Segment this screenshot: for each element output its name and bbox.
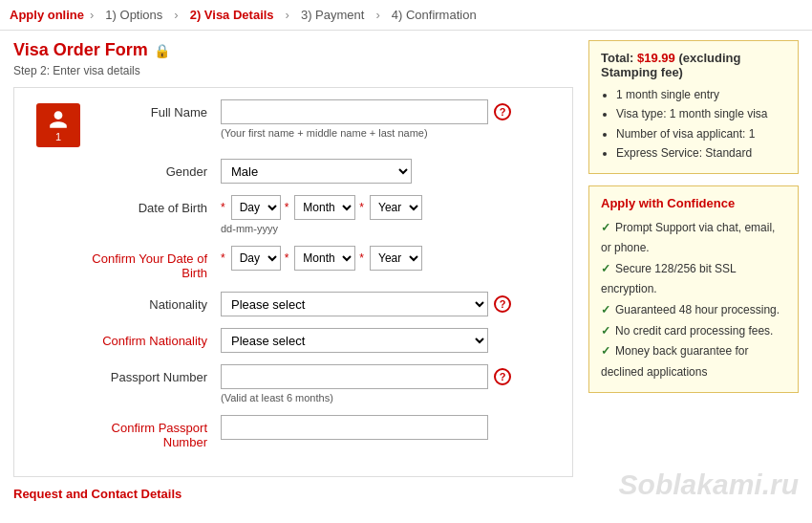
dob-inputs: * Day * Month * Year: [221, 195, 557, 220]
confirm-passport-spacer: [30, 415, 87, 419]
total-item-2: Visa type: 1 month single visa: [616, 104, 786, 123]
passport-input[interactable]: [221, 364, 488, 389]
confirm-passport-input[interactable]: [221, 415, 488, 440]
confirm-dob-row: Confirm Your Date of Birth * Day * Month…: [30, 246, 557, 280]
confirm-dob-day-asterisk: *: [221, 251, 225, 265]
confidence-title: Apply with Confidence: [601, 196, 786, 210]
lock-icon: 🔒: [154, 43, 170, 58]
nav-step-1[interactable]: 1) Options: [99, 6, 168, 24]
dob-label: Date of Birth: [87, 195, 221, 215]
gender-label: Gender: [87, 159, 221, 179]
confirm-passport-label: Confirm Passport Number: [87, 415, 221, 449]
form-area: Visa Order Form 🔒 Step 2: Enter visa det…: [13, 40, 573, 501]
full-name-row: 1 Full Name ? (Your first name + middle …: [30, 99, 557, 147]
sidebar: Total: $19.99 (excluding Stamping fee) 1…: [588, 40, 799, 501]
gender-spacer: [30, 159, 87, 163]
confirm-dob-year-select[interactable]: Year: [370, 246, 422, 271]
dob-row: Date of Birth * Day * Month * Year: [30, 195, 557, 234]
confirm-dob-spacer: [30, 246, 87, 250]
dob-month-asterisk: *: [285, 201, 289, 214]
total-items-list: 1 month single entry Visa type: 1 month …: [601, 85, 786, 163]
nav-arrow-2: ›: [174, 8, 178, 22]
dob-spacer: [30, 195, 87, 199]
confirm-dob-year-asterisk: *: [359, 251, 364, 265]
request-contact-link[interactable]: Request and Contact Details: [13, 487, 573, 501]
confidence-list: Prompt Support via chat, email, or phone…: [601, 218, 786, 383]
avatar-col: 1: [30, 99, 87, 147]
nav-arrow-4: ›: [375, 8, 379, 22]
apply-online-link[interactable]: Apply online: [10, 8, 84, 22]
dob-field: * Day * Month * Year dd-mm-yyyy: [221, 195, 557, 234]
gender-field: Male Female: [221, 159, 557, 184]
confidence-item-2: Secure 128/256 bit SSL encryption.: [601, 259, 786, 300]
full-name-input[interactable]: [221, 99, 488, 124]
total-item-4: Express Service: Standard: [616, 143, 786, 163]
nav-step-3[interactable]: 3) Payment: [295, 6, 370, 24]
passport-field: ? (Valid at least 6 months): [221, 364, 557, 403]
dob-day-select[interactable]: Day: [231, 195, 281, 220]
dob-day-asterisk: *: [221, 201, 225, 214]
total-title: Total: $19.99 (excluding Stamping fee): [601, 51, 786, 79]
main-container: Visa Order Form 🔒 Step 2: Enter visa det…: [0, 31, 812, 511]
confirm-nationality-field: Please select: [221, 328, 557, 353]
confirm-dob-month-select[interactable]: Month: [294, 246, 355, 271]
passport-hint: (Valid at least 6 months): [221, 392, 557, 403]
confirm-nationality-spacer: [30, 328, 87, 332]
confidence-box: Apply with Confidence Prompt Support via…: [588, 185, 799, 394]
nav-step-4[interactable]: 4) Confirmation: [386, 6, 482, 24]
passport-help-icon[interactable]: ?: [494, 368, 511, 385]
nationality-select[interactable]: Please select: [221, 292, 488, 316]
total-item-1: 1 month single entry: [616, 85, 786, 104]
nationality-row: Nationality Please select ?: [30, 292, 557, 316]
passport-row: Passport Number ? (Valid at least 6 mont…: [30, 364, 557, 403]
nav-step-2: 2) Visa Details: [184, 6, 280, 24]
passport-label: Passport Number: [87, 364, 221, 384]
full-name-field: ? (Your first name + middle name + last …: [221, 99, 557, 139]
nationality-field: Please select ?: [221, 292, 557, 316]
step-label: Step 2: Enter visa details: [13, 64, 573, 77]
confirm-nationality-select[interactable]: Please select: [221, 328, 488, 353]
full-name-hint: (Your first name + middle name + last na…: [221, 127, 557, 139]
gender-select[interactable]: Male Female: [221, 159, 412, 184]
confirm-dob-field: * Day * Month * Year: [221, 246, 557, 271]
full-name-input-wrap: ?: [221, 99, 557, 124]
confirm-dob-inputs: * Day * Month * Year: [221, 246, 557, 271]
nationality-spacer: [30, 292, 87, 295]
page-title: Visa Order Form 🔒: [13, 40, 573, 60]
confidence-item-3: Guaranteed 48 hour processing.: [601, 300, 786, 321]
confirm-nationality-row: Confirm Nationality Please select: [30, 328, 557, 353]
gender-row: Gender Male Female: [30, 159, 557, 184]
form-section: 1 Full Name ? (Your first name + middle …: [13, 87, 573, 477]
dob-year-select[interactable]: Year: [370, 195, 422, 220]
dob-month-select[interactable]: Month: [294, 195, 355, 220]
passport-input-wrap: ?: [221, 364, 557, 389]
confidence-item-4: No credit card processing fees.: [601, 321, 786, 342]
applicant-number: 1: [55, 131, 61, 142]
dob-format-hint: dd-mm-yyyy: [221, 223, 557, 234]
total-price: $19.99: [637, 51, 675, 65]
nav-arrow-1: ›: [90, 8, 94, 22]
total-item-3: Number of visa applicant: 1: [616, 124, 786, 143]
top-nav: Apply online › 1) Options › 2) Visa Deta…: [0, 0, 812, 31]
dob-year-asterisk: *: [359, 201, 364, 214]
avatar: 1: [36, 103, 80, 147]
nationality-help-icon[interactable]: ?: [494, 295, 511, 313]
full-name-help-icon[interactable]: ?: [494, 103, 511, 120]
nationality-input-wrap: Please select ?: [221, 292, 557, 316]
confidence-item-1: Prompt Support via chat, email, or phone…: [601, 218, 786, 259]
confirm-dob-day-select[interactable]: Day: [231, 246, 281, 271]
nationality-label: Nationality: [87, 292, 221, 312]
passport-spacer: [30, 364, 87, 368]
confirm-nationality-label: Confirm Nationality: [87, 328, 221, 348]
nav-arrow-3: ›: [286, 8, 289, 22]
confidence-item-5: Money back guarantee for declined applic…: [601, 341, 786, 382]
total-box: Total: $19.99 (excluding Stamping fee) 1…: [588, 40, 799, 174]
confirm-dob-month-asterisk: *: [285, 251, 289, 265]
confirm-passport-field: [221, 415, 557, 440]
full-name-label: Full Name: [87, 99, 221, 120]
confirm-dob-label: Confirm Your Date of Birth: [87, 246, 221, 280]
confirm-passport-row: Confirm Passport Number: [30, 415, 557, 449]
person-icon: [48, 109, 69, 130]
